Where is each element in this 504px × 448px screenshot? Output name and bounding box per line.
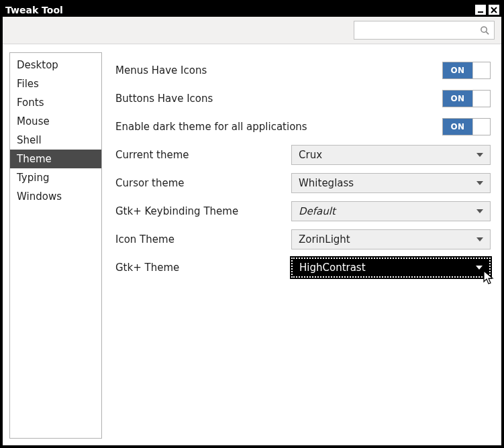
setting-label: Current theme — [115, 149, 291, 161]
toggle-on-label: ON — [443, 62, 472, 78]
setting-row: Gtk+ Theme HighContrast — [115, 254, 491, 282]
sidebar-item-label: Windows — [17, 190, 62, 203]
close-button[interactable] — [488, 4, 500, 15]
window-title: Tweak Tool — [5, 5, 63, 15]
svg-point-1 — [481, 26, 487, 32]
toggle-on-label: ON — [443, 119, 472, 135]
chevron-down-icon — [476, 237, 483, 241]
setting-row: Icon Theme ZorinLight — [115, 225, 491, 254]
setting-row: Gtk+ Keybinding Theme Default — [115, 197, 491, 225]
sidebar: Desktop Files Fonts Mouse Shell Theme Ty… — [9, 52, 102, 439]
setting-row: Menus Have Icons ON — [115, 56, 491, 85]
sidebar-item-mouse[interactable]: Mouse — [10, 112, 101, 131]
sidebar-item-label: Fonts — [17, 97, 44, 109]
select-cursor-theme[interactable]: Whiteglass — [291, 173, 491, 193]
select-value: ZorinLight — [299, 233, 350, 245]
select-gtk-keybinding-theme[interactable]: Default — [291, 201, 491, 221]
close-icon — [491, 7, 497, 13]
search-box[interactable] — [354, 21, 495, 40]
toggle-handle — [472, 119, 490, 135]
toolbar — [3, 17, 501, 44]
toggle-handle — [472, 62, 490, 78]
sidebar-item-theme[interactable]: Theme — [10, 150, 101, 168]
titlebar[interactable]: Tweak Tool — [3, 3, 501, 17]
sidebar-item-fonts[interactable]: Fonts — [10, 93, 101, 112]
chevron-down-icon — [476, 266, 483, 270]
minimize-button[interactable] — [474, 4, 487, 15]
sidebar-item-label: Desktop — [17, 59, 58, 71]
sidebar-item-typing[interactable]: Typing — [10, 168, 101, 187]
setting-label: Icon Theme — [115, 233, 291, 245]
sidebar-item-desktop[interactable]: Desktop — [10, 56, 101, 74]
toggle-handle — [472, 91, 490, 107]
setting-label: Gtk+ Theme — [115, 262, 291, 274]
setting-row: Current theme Crux — [115, 141, 491, 169]
sidebar-item-label: Files — [17, 78, 39, 90]
window: Tweak Tool Desktop Files Fonts Mouse She… — [3, 3, 501, 445]
titlebar-decoration — [66, 9, 113, 17]
select-icon-theme[interactable]: ZorinLight — [291, 229, 491, 249]
setting-row: Enable dark theme for all applications O… — [115, 113, 491, 141]
setting-label: Gtk+ Keybinding Theme — [115, 205, 291, 217]
svg-rect-0 — [478, 11, 483, 13]
chevron-down-icon — [476, 209, 483, 213]
select-gtk-theme[interactable]: HighContrast — [291, 258, 491, 278]
select-value: Default — [299, 205, 336, 217]
search-icon — [480, 25, 490, 36]
sidebar-item-windows[interactable]: Windows — [10, 187, 101, 206]
setting-label: Enable dark theme for all applications — [115, 121, 442, 133]
select-current-theme[interactable]: Crux — [291, 145, 491, 165]
chevron-down-icon — [476, 153, 483, 157]
select-value: HighContrast — [299, 262, 366, 274]
toggle-menus-have-icons[interactable]: ON — [442, 62, 491, 79]
minimize-icon — [477, 7, 484, 13]
search-input[interactable] — [358, 25, 480, 36]
sidebar-item-shell[interactable]: Shell — [10, 131, 101, 150]
toggle-on-label: ON — [443, 91, 472, 107]
content: Desktop Files Fonts Mouse Shell Theme Ty… — [3, 44, 501, 445]
sidebar-item-label: Mouse — [17, 115, 50, 127]
setting-row: Cursor theme Whiteglass — [115, 169, 491, 197]
select-value: Crux — [299, 149, 322, 161]
sidebar-item-label: Shell — [17, 134, 42, 146]
sidebar-item-label: Theme — [17, 153, 52, 165]
sidebar-item-files[interactable]: Files — [10, 74, 101, 93]
settings-pane: Menus Have Icons ON Buttons Have Icons O… — [111, 52, 495, 439]
svg-line-2 — [486, 32, 489, 34]
setting-label: Buttons Have Icons — [115, 93, 442, 105]
toggle-dark-theme[interactable]: ON — [442, 118, 491, 135]
setting-row: Buttons Have Icons ON — [115, 85, 491, 113]
setting-label: Menus Have Icons — [115, 64, 442, 76]
toggle-buttons-have-icons[interactable]: ON — [442, 90, 491, 107]
chevron-down-icon — [476, 181, 483, 185]
select-value: Whiteglass — [299, 177, 354, 189]
setting-label: Cursor theme — [115, 177, 291, 189]
sidebar-item-label: Typing — [17, 172, 49, 184]
